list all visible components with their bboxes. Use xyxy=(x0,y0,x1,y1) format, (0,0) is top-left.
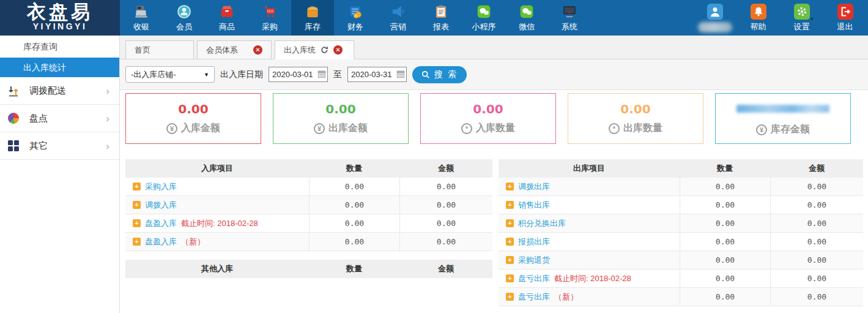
calendar-icon[interactable] xyxy=(317,70,326,78)
cash-register-icon xyxy=(133,4,149,20)
close-icon[interactable]: × xyxy=(253,45,262,55)
sidebar-item-others[interactable]: 其它 › xyxy=(0,132,119,160)
miniprogram-icon xyxy=(476,4,492,20)
row-link[interactable]: 盘盈入库 xyxy=(145,218,177,229)
logout-button[interactable]: 退出 xyxy=(823,0,867,36)
col-header: 数量 xyxy=(680,159,770,178)
expand-plus-icon[interactable]: + xyxy=(506,238,514,246)
nav-item-finance[interactable]: 财务 xyxy=(334,0,377,36)
nav-label: 会员 xyxy=(176,21,192,32)
search-icon xyxy=(421,70,430,79)
card-value: 0.00 xyxy=(126,102,261,116)
amount-cell: 0.00 xyxy=(399,196,492,214)
expand-plus-icon[interactable]: + xyxy=(133,219,141,227)
card-value: 0.00 xyxy=(421,102,555,116)
bell-icon xyxy=(751,4,766,20)
sidebar-item-label: 盘点 xyxy=(29,113,48,124)
sidebar-item-label: 出入库统计 xyxy=(23,62,66,72)
calendar-icon[interactable] xyxy=(396,70,405,78)
nav-item-purchase[interactable]: 采购 xyxy=(248,0,291,36)
expand-plus-icon[interactable]: + xyxy=(506,183,514,190)
amount-cell: 0.00 xyxy=(770,196,863,214)
row-link[interactable]: 销售出库 xyxy=(518,200,550,211)
nav-label: 采购 xyxy=(262,21,278,32)
expand-plus-icon[interactable]: + xyxy=(133,201,141,209)
store-select[interactable]: -出入库店铺- ▼ xyxy=(125,66,215,83)
expand-plus-icon[interactable]: + xyxy=(506,201,514,209)
row-link[interactable]: 采购退货 xyxy=(518,255,550,266)
card-stock-amount: ¥ 库存金额 xyxy=(715,93,851,144)
logo-subtitle: YIYINGYI xyxy=(0,22,120,31)
expand-plus-icon[interactable]: + xyxy=(506,274,514,282)
row-link[interactable]: 调拨入库 xyxy=(145,200,177,211)
card-value: 0.00 xyxy=(273,102,408,116)
settings-button[interactable]: ▼ 设置 xyxy=(780,0,823,36)
redacted-value xyxy=(736,105,829,113)
table-row: +盘盈入库（新） 0.00 0.00 xyxy=(125,233,492,251)
user-account[interactable] xyxy=(693,0,736,36)
table-row: +调拨入库 0.00 0.00 xyxy=(125,196,492,214)
expand-plus-icon[interactable]: + xyxy=(506,219,514,227)
refresh-icon[interactable] xyxy=(321,46,328,54)
nav-item-product[interactable]: 商品 xyxy=(206,0,248,36)
sidebar-item-inventory-query[interactable]: 库存查询 xyxy=(0,36,119,58)
table-row: +积分兑换出库 0.00 0.00 xyxy=(499,214,863,233)
table-row: +报损出库 0.00 0.00 xyxy=(499,233,863,251)
expand-plus-icon[interactable]: + xyxy=(133,238,141,246)
amount-cell: 0.00 xyxy=(399,233,492,251)
row-link[interactable]: 报损出库 xyxy=(518,236,550,247)
sidebar-item-inout-statistics[interactable]: 出入库统计 xyxy=(0,58,119,77)
row-link[interactable]: 调拨出库 xyxy=(518,181,550,192)
nav-label: 小程序 xyxy=(472,21,496,32)
inventory-box-icon xyxy=(305,4,321,20)
qty-cell: 0.00 xyxy=(309,233,399,251)
table-row: +采购退货 0.00 0.00 xyxy=(499,251,863,270)
sidebar-item-transfer-delivery[interactable]: 调拨配送 › xyxy=(0,77,119,105)
transfer-arrows-icon xyxy=(7,85,20,97)
col-header: 金额 xyxy=(399,159,492,178)
table-row: +盘亏出库（新） 0.00 0.00 xyxy=(499,288,863,306)
nav-item-report[interactable]: 报表 xyxy=(420,0,462,36)
qty-cell: 0.00 xyxy=(680,270,770,287)
help-button[interactable]: 帮助 xyxy=(736,0,780,36)
date-range-label: 出入库日期 xyxy=(220,69,263,80)
qty-cell: 0.00 xyxy=(680,214,770,232)
search-button[interactable]: 搜 索 xyxy=(412,66,467,83)
row-link[interactable]: 盘亏出库 xyxy=(518,292,550,303)
nav-item-wechat[interactable]: 微信 xyxy=(505,0,548,36)
nav-item-member[interactable]: 会员 xyxy=(163,0,206,36)
nav-item-inventory[interactable]: 库存 xyxy=(291,0,334,36)
nav-item-miniprogram[interactable]: 小程序 xyxy=(462,0,505,36)
expand-plus-icon[interactable]: + xyxy=(506,293,514,301)
asterisk-circle-icon: * xyxy=(461,123,472,134)
expand-plus-icon[interactable]: + xyxy=(506,256,514,264)
close-icon[interactable]: × xyxy=(333,45,343,55)
qty-cell: 0.00 xyxy=(680,178,770,195)
nav-item-marketing[interactable]: 营销 xyxy=(377,0,420,36)
to-label: 至 xyxy=(333,69,342,80)
sidebar-item-stocktake[interactable]: 盘点 › xyxy=(0,105,119,132)
row-link[interactable]: 积分兑换出库 xyxy=(518,218,566,229)
card-label: 库存金额 xyxy=(771,123,810,136)
nav-label: 营销 xyxy=(390,21,406,32)
tab-home[interactable]: 首页 xyxy=(125,40,194,59)
chevron-down-icon: ▼ xyxy=(204,72,209,78)
tab-inout-stock[interactable]: 出入库统 × xyxy=(275,40,354,59)
expand-plus-icon[interactable]: + xyxy=(133,183,141,190)
card-outbound-amount: 0.00 ¥ 出库金额 xyxy=(273,93,409,144)
row-link[interactable]: 采购入库 xyxy=(145,181,177,192)
logout-icon xyxy=(837,4,853,20)
nav-label: 系统 xyxy=(562,21,577,32)
row-link[interactable]: 盘亏出库 xyxy=(518,273,550,284)
table-header: 入库项目 数量 金额 xyxy=(125,159,492,178)
grid-icon xyxy=(7,140,20,152)
amount-cell: 0.00 xyxy=(770,288,863,306)
nav-item-cashier[interactable]: 收银 xyxy=(120,0,163,36)
nav-item-system[interactable]: 系统 xyxy=(548,0,591,36)
row-note: 截止时间: 2018-02-28 xyxy=(181,218,258,229)
col-header: 金额 xyxy=(770,159,863,178)
tab-member-system[interactable]: 会员体系 × xyxy=(197,40,272,59)
card-label: 入库金额 xyxy=(181,122,220,135)
other-inbound-header: 其他入库 数量 金额 xyxy=(125,260,492,278)
row-link[interactable]: 盘盈入库 xyxy=(145,236,177,247)
